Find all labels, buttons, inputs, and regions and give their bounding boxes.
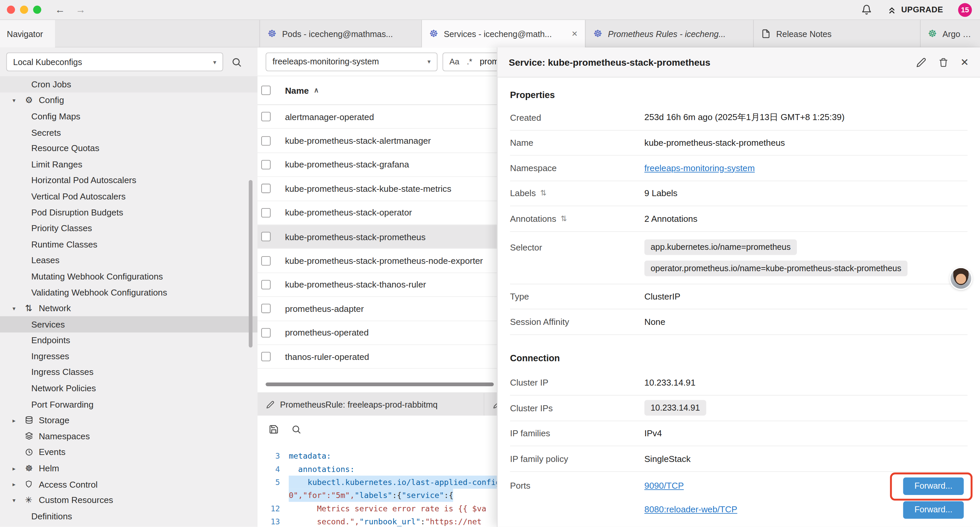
- tab-services[interactable]: ☸ Services - icecheng@math... ✕: [421, 20, 585, 47]
- sidebar-item-services[interactable]: Services: [0, 316, 258, 332]
- chevron-right-icon: ▸: [12, 417, 25, 424]
- select-all-checkbox[interactable]: [261, 86, 270, 95]
- tab-prometheus-rules[interactable]: ☸ Prometheus Rules - icecheng...: [585, 20, 753, 47]
- maximize-window-button[interactable]: [33, 6, 41, 14]
- sidebar-item-vertical-pod-autoscalers[interactable]: Vertical Pod Autoscalers: [0, 188, 258, 204]
- tab-argo[interactable]: ☸ Argo Se: [920, 20, 980, 47]
- row-checkbox[interactable]: [261, 184, 270, 193]
- property-row-type: Type ClusterIP: [510, 284, 968, 309]
- connection-row-cluster-ips: Cluster IPs 10.233.14.91: [510, 396, 968, 421]
- sidebar-item-priority-classes[interactable]: Priority Classes: [0, 220, 258, 236]
- sidebar-item-endpoints[interactable]: Endpoints: [0, 332, 258, 348]
- row-checkbox[interactable]: [261, 208, 270, 217]
- tab-pods[interactable]: ☸ Pods - icecheng@mathmas...: [259, 20, 421, 47]
- expander-icon[interactable]: ⇅: [540, 189, 546, 197]
- match-case-toggle[interactable]: Aa: [449, 57, 459, 66]
- regex-toggle[interactable]: .*: [467, 57, 472, 66]
- sidebar-item-resource-quotas[interactable]: Resource Quotas: [0, 140, 258, 156]
- sidebar-item-leases[interactable]: Leases: [0, 252, 258, 268]
- minimize-window-button[interactable]: [20, 6, 28, 14]
- port-link-8080[interactable]: 8080:reloader-web/TCP: [644, 504, 738, 514]
- shield-icon: [25, 480, 39, 488]
- sidebar-item-pod-disruption-budgets[interactable]: Pod Disruption Budgets: [0, 204, 258, 220]
- chevron-down-icon: ▾: [428, 58, 431, 65]
- kubeconfig-selector[interactable]: Local Kubeconfigs ▾: [6, 53, 223, 71]
- sidebar-item-events[interactable]: Events: [0, 444, 258, 460]
- row-checkbox[interactable]: [261, 352, 270, 361]
- app-window: ← → UPGRADE 15 Navigator ☸ Pods - iceche…: [0, 0, 980, 527]
- horizontal-scrollbar[interactable]: [266, 382, 494, 386]
- property-row-selector: Selector app.kubernetes.io/name=promethe…: [510, 231, 968, 284]
- sidebar-item-ingresses[interactable]: Ingresses: [0, 348, 258, 364]
- forward-button[interactable]: Forward...: [903, 501, 964, 518]
- navigator-panel-tab[interactable]: Navigator: [0, 20, 55, 47]
- search-icon[interactable]: [231, 57, 242, 67]
- sidebar-item-secrets[interactable]: Secrets: [0, 124, 258, 140]
- sidebar-item-validating-webhook-configurations[interactable]: Validating Webhook Configurations: [0, 284, 258, 300]
- row-checkbox[interactable]: [261, 280, 270, 289]
- sidebar-item-definitions[interactable]: Definitions: [0, 508, 258, 524]
- sidebar-item-port-forwarding[interactable]: Port Forwarding: [0, 396, 258, 412]
- name-column-header[interactable]: Name: [285, 85, 309, 96]
- property-row-session-affinity: Session Affinity None: [510, 309, 968, 334]
- tab-release-notes[interactable]: Release Notes: [753, 20, 920, 47]
- sidebar-item-mutating-webhook-configurations[interactable]: Mutating Webhook Configurations: [0, 268, 258, 284]
- connection-row-cluster-ip: Cluster IP 10.233.14.91: [510, 370, 968, 396]
- sidebar-item-helm[interactable]: ▸ ☸ Helm: [0, 460, 258, 476]
- row-checkbox[interactable]: [261, 112, 270, 121]
- sidebar-item-horizontal-pod-autoscalers[interactable]: Horizontal Pod Autoscalers: [0, 172, 258, 188]
- user-avatar[interactable]: [951, 268, 971, 289]
- save-icon[interactable]: [269, 424, 279, 434]
- connection-section-title: Connection: [510, 334, 968, 370]
- double-chevron-up-icon: [887, 5, 897, 15]
- namespace-selector[interactable]: freeleaps-monitoring-system ▾: [266, 52, 437, 71]
- row-checkbox[interactable]: [261, 232, 270, 241]
- sidebar-item-runtime-classes[interactable]: Runtime Classes: [0, 236, 258, 252]
- kubernetes-icon: ☸: [928, 29, 937, 39]
- sidebar-item-access-control[interactable]: ▸ Access Control: [0, 476, 258, 492]
- network-updown-icon: ⇅: [25, 304, 39, 312]
- namespace-link[interactable]: freeleaps-monitoring-system: [644, 163, 755, 173]
- sidebar-item-custom-resources[interactable]: ▾ ✳ Custom Resources: [0, 492, 258, 508]
- row-checkbox[interactable]: [261, 160, 270, 169]
- sidebar-item-cron-jobs[interactable]: Cron Jobs: [0, 76, 258, 92]
- pencil-icon: [266, 400, 274, 408]
- sidebar-scrollbar[interactable]: [249, 180, 253, 347]
- port-link-9090[interactable]: 9090/TCP: [644, 480, 684, 490]
- close-drawer-icon[interactable]: ✕: [960, 57, 969, 67]
- dock-tab-prometheusrule[interactable]: PrometheusRule: freeleaps-prod-rabbitmq: [258, 393, 484, 416]
- close-window-button[interactable]: [7, 6, 15, 14]
- gear-icon: ⚙: [25, 96, 39, 104]
- property-row-labels: Labels⇅ 9 Labels: [510, 181, 968, 206]
- sidebar-item-network-policies[interactable]: Network Policies: [0, 380, 258, 396]
- sidebar-item-config[interactable]: ▾ ⚙ Config: [0, 92, 258, 108]
- connection-row-ip-families: IP families IPv4: [510, 421, 968, 446]
- editor-search-icon[interactable]: [291, 424, 301, 434]
- forward-button[interactable]: Forward...: [903, 477, 964, 495]
- back-button[interactable]: ←: [55, 4, 65, 15]
- sidebar-item-network[interactable]: ▾ ⇅ Network: [0, 300, 258, 316]
- sidebar-item-namespaces[interactable]: Namespaces: [0, 428, 258, 444]
- expander-icon[interactable]: ⇅: [561, 214, 567, 223]
- notification-count-badge[interactable]: 15: [958, 3, 972, 16]
- delete-trash-icon[interactable]: [939, 57, 948, 67]
- row-checkbox[interactable]: [261, 256, 270, 265]
- sidebar-item-limit-ranges[interactable]: Limit Ranges: [0, 156, 258, 172]
- forward-button[interactable]: →: [76, 4, 86, 15]
- namespace-selected-value: freeleaps-monitoring-system: [272, 57, 379, 66]
- asterisk-icon: ✳: [25, 496, 39, 504]
- close-tab-icon[interactable]: ✕: [571, 29, 578, 38]
- edit-pencil-icon[interactable]: [916, 57, 926, 67]
- row-checkbox[interactable]: [261, 328, 270, 337]
- chevron-down-icon: ▾: [12, 497, 25, 504]
- upgrade-button[interactable]: UPGRADE: [887, 5, 943, 15]
- sidebar-item-storage[interactable]: ▸ Storage: [0, 412, 258, 428]
- drawer-title: Service: kube-prometheus-stack-prometheu…: [509, 57, 710, 68]
- tab-bar: Navigator ☸ Pods - icecheng@mathmas... ☸…: [0, 20, 980, 47]
- notifications-bell-icon[interactable]: [861, 4, 872, 15]
- row-checkbox[interactable]: [261, 136, 270, 145]
- sidebar-item-ingress-classes[interactable]: Ingress Classes: [0, 364, 258, 380]
- row-checkbox[interactable]: [261, 304, 270, 313]
- sidebar-item-config-maps[interactable]: Config Maps: [0, 108, 258, 124]
- properties-section-title: Properties: [510, 77, 968, 105]
